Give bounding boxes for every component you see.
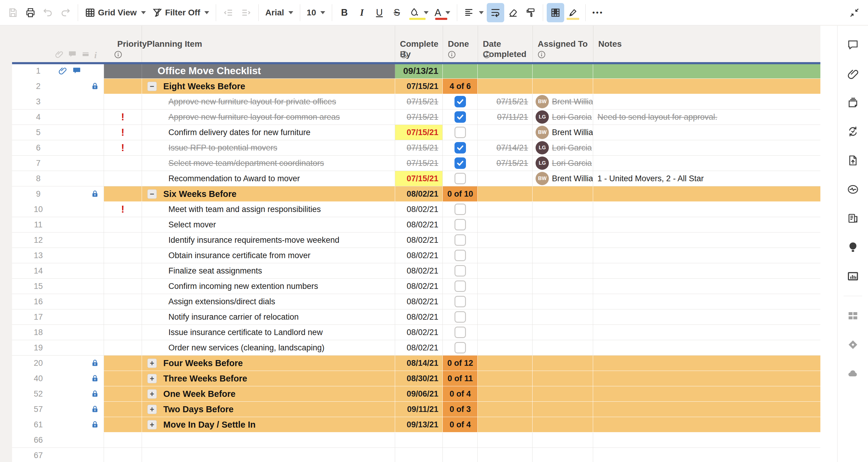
date-completed-cell[interactable] xyxy=(478,402,532,417)
date-completed-cell[interactable] xyxy=(478,202,532,217)
assigned-to-cell[interactable] xyxy=(532,63,593,79)
done-cell[interactable] xyxy=(443,171,478,186)
priority-cell[interactable] xyxy=(104,355,142,371)
complete-by-cell[interactable]: 08/14/21 xyxy=(395,355,443,371)
done-cell[interactable]: 0 of 11 xyxy=(443,371,478,386)
priority-cell[interactable] xyxy=(104,310,142,324)
balloon-icon[interactable] xyxy=(844,237,861,258)
planning-item-cell[interactable]: Obtain insurance certificate from mover xyxy=(142,248,395,263)
premium-diamond-icon[interactable] xyxy=(844,334,861,355)
notes-cell[interactable] xyxy=(593,355,820,371)
complete-by-cell[interactable]: 08/02/21 xyxy=(395,294,443,309)
complete-by-cell[interactable]: 08/02/21 xyxy=(395,232,443,248)
planning-item-cell[interactable]: −Six Weeks Before xyxy=(142,186,395,201)
assigned-to-cell[interactable] xyxy=(532,263,593,278)
planning-item-cell[interactable]: Order new services (cleaning, landscapin… xyxy=(142,340,395,355)
done-cell[interactable]: 0 of 12 xyxy=(443,355,478,371)
redo-button[interactable] xyxy=(57,3,74,22)
date-completed-cell[interactable]: 07/14/21 xyxy=(478,140,532,155)
planning-item-cell[interactable]: Issue RFP to potential movers xyxy=(142,140,395,155)
assigned-to-cell[interactable] xyxy=(532,217,593,232)
priority-cell[interactable] xyxy=(104,217,142,232)
row-header-cell[interactable]: 3 xyxy=(12,94,104,109)
planning-item-cell[interactable]: +Move In Day / Settle In xyxy=(142,417,395,432)
row-header-cell[interactable]: 20 xyxy=(12,355,104,371)
planning-item-cell[interactable]: +Two Days Before xyxy=(142,402,395,417)
row-header-cell[interactable]: 61 xyxy=(12,417,104,432)
planning-item-cell[interactable]: +Three Weeks Before xyxy=(142,371,395,386)
italic-button[interactable]: I xyxy=(353,3,371,22)
notes-cell[interactable] xyxy=(593,310,820,324)
cell-borders-button[interactable] xyxy=(547,3,564,22)
assigned-to-cell[interactable] xyxy=(532,202,593,217)
done-cell[interactable] xyxy=(443,63,478,79)
assigned-to-cell[interactable] xyxy=(532,325,593,340)
row-header-cell[interactable]: 6 xyxy=(12,140,104,155)
assigned-to-cell[interactable] xyxy=(532,279,593,294)
planning-item-cell[interactable]: Notify insurance carrier of relocation xyxy=(142,310,395,324)
notes-cell[interactable]: Need to send layout for approval. xyxy=(593,110,820,124)
planning-item-cell[interactable]: Approve new furniture layout for common … xyxy=(142,110,395,124)
done-cell[interactable] xyxy=(443,432,478,447)
done-checkbox[interactable] xyxy=(455,204,466,215)
complete-by-cell[interactable]: 09/11/21 xyxy=(395,402,443,417)
done-cell[interactable] xyxy=(443,279,478,294)
complete-by-cell[interactable]: 08/02/21 xyxy=(395,310,443,324)
notes-cell[interactable] xyxy=(593,202,820,217)
complete-by-cell[interactable]: 09/13/21 xyxy=(395,63,443,79)
notes-cell[interactable] xyxy=(593,340,820,355)
done-checkbox[interactable] xyxy=(455,96,466,107)
date-completed-cell[interactable] xyxy=(478,325,532,340)
done-cell[interactable] xyxy=(443,325,478,340)
cloud-icon[interactable] xyxy=(844,363,861,384)
complete-by-cell[interactable]: 07/15/21 xyxy=(395,155,443,171)
complete-by-cell[interactable]: 08/02/21 xyxy=(395,186,443,201)
done-cell[interactable] xyxy=(443,202,478,217)
assigned-to-cell[interactable] xyxy=(532,402,593,417)
done-cell[interactable]: 0 of 4 xyxy=(443,386,478,401)
done-cell[interactable] xyxy=(443,263,478,278)
done-checkbox[interactable] xyxy=(455,111,466,123)
row-header-cell[interactable]: 18 xyxy=(12,325,104,340)
row-header-cell[interactable]: 5 xyxy=(12,125,104,140)
priority-cell[interactable]: ! xyxy=(104,202,142,217)
done-cell[interactable]: 0 of 3 xyxy=(443,402,478,417)
priority-cell[interactable] xyxy=(104,79,142,94)
planning-item-cell[interactable]: Approve new furniture layout for private… xyxy=(142,94,395,109)
save-button[interactable] xyxy=(4,3,22,22)
row-header-cell[interactable]: 52 xyxy=(12,386,104,401)
wrap-text-button[interactable] xyxy=(487,3,504,22)
assigned-to-cell[interactable]: BWBrent Williams xyxy=(532,94,593,109)
notes-cell[interactable] xyxy=(593,432,820,447)
done-cell[interactable] xyxy=(443,232,478,248)
date-completed-cell[interactable] xyxy=(478,340,532,355)
notes-cell[interactable]: 1 - United Movers, 2 - All Star xyxy=(593,171,820,186)
column-header-assigned-to[interactable]: Assigned To xyxy=(533,26,593,63)
priority-cell[interactable] xyxy=(104,171,142,186)
font-family-selector[interactable]: Arial xyxy=(262,3,296,22)
priority-cell[interactable] xyxy=(104,263,142,278)
planning-item-cell[interactable]: Select move team/department coordinators xyxy=(142,155,395,171)
underline-button[interactable]: U xyxy=(371,3,388,22)
priority-cell[interactable] xyxy=(104,279,142,294)
complete-by-cell[interactable]: 07/15/21 xyxy=(395,79,443,94)
done-cell[interactable] xyxy=(443,125,478,140)
done-cell[interactable] xyxy=(443,217,478,232)
done-cell[interactable]: 0 of 4 xyxy=(443,417,478,432)
date-completed-cell[interactable] xyxy=(478,294,532,309)
complete-by-cell[interactable]: 08/02/21 xyxy=(395,263,443,278)
attachment-link-icon[interactable] xyxy=(844,63,861,84)
highlight-button[interactable] xyxy=(564,3,582,22)
date-completed-cell[interactable] xyxy=(478,371,532,386)
date-completed-cell[interactable] xyxy=(478,232,532,248)
done-cell[interactable] xyxy=(443,248,478,263)
fill-color-button[interactable] xyxy=(406,3,432,22)
priority-cell[interactable]: ! xyxy=(104,140,142,155)
notes-cell[interactable] xyxy=(593,448,820,462)
date-completed-cell[interactable] xyxy=(478,386,532,401)
complete-by-cell[interactable]: 08/02/21 xyxy=(395,217,443,232)
comment-icon[interactable] xyxy=(844,34,861,55)
done-checkbox[interactable] xyxy=(455,250,466,261)
text-color-button[interactable]: A xyxy=(432,3,453,22)
assigned-to-cell[interactable] xyxy=(532,371,593,386)
